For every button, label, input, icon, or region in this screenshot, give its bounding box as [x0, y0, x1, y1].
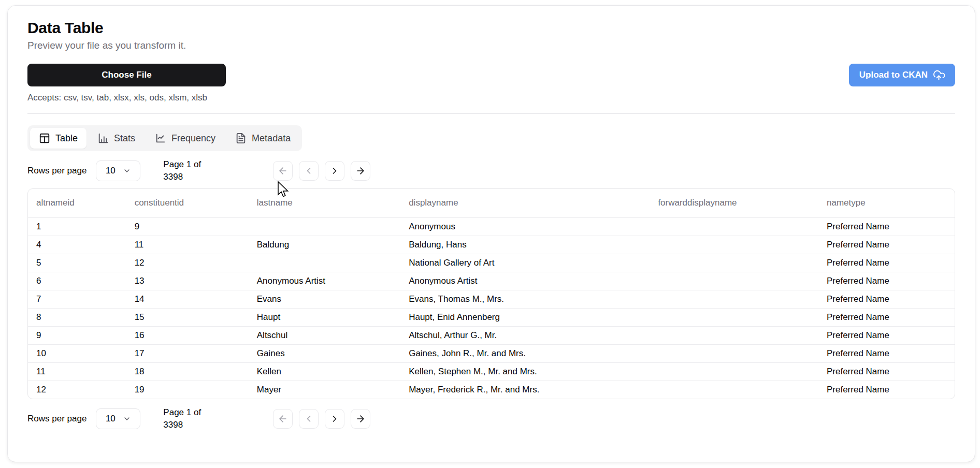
rows-per-page-value: 10	[106, 414, 116, 424]
page-status: Page 1 of 3398	[163, 158, 220, 183]
table-cell: Anonymous Artist	[400, 272, 650, 290]
table-row[interactable]: 5 12 National Gallery of Art Preferred N…	[28, 254, 955, 272]
table-cell: 12	[126, 254, 249, 272]
column-header-altnameid: altnameid	[28, 189, 126, 217]
table-row[interactable]: 1 9 Anonymous Preferred Name	[28, 217, 955, 236]
table-cell	[650, 381, 818, 399]
page-status-line2: 3398	[163, 171, 220, 183]
tab-bar: Table Stats Frequency	[27, 125, 302, 151]
tab-frequency-label: Frequency	[171, 133, 215, 144]
table-cell: 15	[126, 308, 249, 326]
accepted-formats-text: Accepts: csv, tsv, tab, xlsx, xls, ods, …	[27, 93, 955, 103]
table-cell: Evans, Thomas M., Mrs.	[400, 290, 650, 308]
table-cell: Altschul, Arthur G., Mr.	[400, 326, 650, 344]
tab-metadata-label: Metadata	[252, 133, 291, 144]
last-page-button[interactable]	[351, 161, 370, 181]
pagination-bar-bottom: Rows per page 10 Page 1 of 3398	[27, 406, 955, 431]
first-page-button[interactable]	[273, 161, 293, 181]
table-body: 1 9 Anonymous Preferred Name 4 11 Baldun…	[28, 217, 955, 399]
table-cell: Haupt, Enid Annenberg	[400, 308, 650, 326]
table-cell	[650, 236, 818, 254]
page-title: Data Table	[27, 19, 955, 37]
rows-per-page-label: Rows per page	[27, 414, 87, 424]
table-cell: Preferred Name	[818, 272, 955, 290]
previous-page-button[interactable]	[299, 409, 319, 429]
previous-page-button[interactable]	[299, 161, 319, 181]
page-subtitle: Preview your file as you transform it.	[27, 40, 955, 51]
table-cell: Preferred Name	[818, 362, 955, 381]
table-cell: Preferred Name	[818, 217, 955, 236]
first-page-icon	[278, 166, 288, 176]
table-row[interactable]: 11 18 Kellen Kellen, Stephen M., Mr. and…	[28, 362, 955, 381]
table-row[interactable]: 4 11 Baldung Baldung, Hans Preferred Nam…	[28, 236, 955, 254]
tab-stats[interactable]: Stats	[89, 128, 144, 149]
data-table: altnameid constituentid lastname display…	[28, 189, 955, 399]
table-cell: 18	[126, 362, 249, 381]
column-header-lastname: lastname	[249, 189, 400, 217]
table-cell: Anonymous Artist	[249, 272, 400, 290]
tab-table-label: Table	[55, 133, 78, 144]
table-cell: 9	[28, 326, 126, 344]
table-icon	[39, 133, 50, 144]
table-cell: National Gallery of Art	[400, 254, 650, 272]
next-page-button[interactable]	[325, 409, 344, 429]
table-cell: Altschul	[249, 326, 400, 344]
table-cell: 13	[126, 272, 249, 290]
table-cell: Preferred Name	[818, 254, 955, 272]
first-page-icon	[278, 414, 288, 424]
rows-per-page-select[interactable]: 10	[96, 160, 140, 181]
page-status-line1: Page 1 of	[163, 158, 220, 171]
tab-table[interactable]: Table	[30, 128, 87, 149]
table-cell	[249, 217, 400, 236]
table-cell: 4	[28, 236, 126, 254]
table-cell: 6	[28, 272, 126, 290]
page-status-line1: Page 1 of	[163, 406, 220, 419]
table-cell	[650, 344, 818, 362]
data-table-container: altnameid constituentid lastname display…	[27, 188, 955, 399]
table-cell: Preferred Name	[818, 344, 955, 362]
tab-frequency[interactable]: Frequency	[146, 128, 224, 149]
page-status: Page 1 of 3398	[163, 406, 220, 431]
next-page-icon	[329, 414, 340, 424]
table-cell: 1	[28, 217, 126, 236]
table-cell: 12	[28, 381, 126, 399]
table-row[interactable]: 8 15 Haupt Haupt, Enid Annenberg Preferr…	[28, 308, 955, 326]
table-cell: 17	[126, 344, 249, 362]
table-row[interactable]: 10 17 Gaines Gaines, John R., Mr. and Mr…	[28, 344, 955, 362]
actions-row: Choose File Upload to CKAN	[27, 64, 955, 86]
choose-file-button[interactable]: Choose File	[27, 64, 226, 86]
pagination-bar-top: Rows per page 10 Page 1 of 3398	[27, 158, 955, 183]
table-row[interactable]: 7 14 Evans Evans, Thomas M., Mrs. Prefer…	[28, 290, 955, 308]
table-cell: 14	[126, 290, 249, 308]
table-cell: 9	[126, 217, 249, 236]
first-page-button[interactable]	[273, 409, 293, 429]
previous-page-icon	[304, 414, 314, 424]
tab-metadata[interactable]: Metadata	[226, 128, 299, 149]
file-text-icon	[235, 133, 247, 144]
table-row[interactable]: 6 13 Anonymous Artist Anonymous Artist P…	[28, 272, 955, 290]
table-cell: Mayer	[249, 381, 400, 399]
table-cell: 11	[28, 362, 126, 381]
table-cell: 16	[126, 326, 249, 344]
last-page-button[interactable]	[351, 409, 370, 429]
table-cell: Gaines	[249, 344, 400, 362]
table-cell: Preferred Name	[818, 236, 955, 254]
cloud-upload-icon	[933, 69, 945, 81]
next-page-button[interactable]	[325, 161, 344, 181]
rows-per-page-select[interactable]: 10	[96, 408, 140, 429]
table-row[interactable]: 9 16 Altschul Altschul, Arthur G., Mr. P…	[28, 326, 955, 344]
table-cell: 11	[126, 236, 249, 254]
last-page-icon	[355, 166, 366, 176]
table-cell: Baldung, Hans	[400, 236, 650, 254]
table-row[interactable]: 12 19 Mayer Mayer, Frederick R., Mr. and…	[28, 381, 955, 399]
data-table-card: Data Table Preview your file as you tran…	[7, 5, 975, 462]
table-cell: Kellen, Stephen M., Mr. and Mrs.	[400, 362, 650, 381]
table-cell: Baldung	[249, 236, 400, 254]
table-cell	[650, 272, 818, 290]
chevron-down-icon	[123, 415, 131, 423]
table-cell: Gaines, John R., Mr. and Mrs.	[400, 344, 650, 362]
upload-to-ckan-button[interactable]: Upload to CKAN	[849, 64, 955, 86]
column-header-nametype: nametype	[818, 189, 955, 217]
table-header: altnameid constituentid lastname display…	[28, 189, 955, 217]
table-cell: 8	[28, 308, 126, 326]
